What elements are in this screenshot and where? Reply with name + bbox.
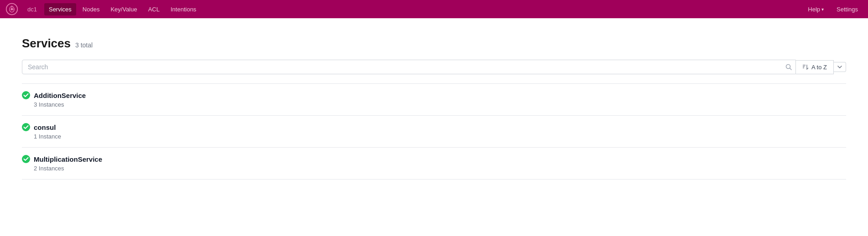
search-row: A to Z — [22, 60, 846, 74]
service-name: consul — [34, 123, 56, 131]
page-title-row: Services 3 total — [22, 36, 846, 51]
service-item[interactable]: AdditionService 3 Instances — [22, 84, 846, 116]
service-name: AdditionService — [34, 92, 86, 99]
search-button[interactable] — [785, 64, 792, 70]
search-icon — [785, 64, 792, 70]
nav-intentions[interactable]: Intentions — [166, 3, 201, 15]
service-name-row: consul — [22, 123, 846, 131]
sort-button[interactable]: A to Z — [796, 60, 834, 74]
help-button[interactable]: Help ▾ — [803, 3, 828, 15]
main-content: Services 3 total A to Z — [0, 18, 868, 180]
search-wrapper — [22, 60, 796, 74]
consul-logo-icon — [5, 3, 18, 15]
help-chevron-icon: ▾ — [821, 7, 824, 12]
svg-point-11 — [22, 155, 30, 163]
datacenter-label: dc1 — [24, 3, 41, 15]
svg-point-9 — [22, 91, 30, 99]
healthy-icon — [22, 123, 30, 131]
service-item[interactable]: consul 1 Instance — [22, 116, 846, 148]
service-instances: 3 Instances — [22, 101, 846, 108]
service-instances: 2 Instances — [22, 165, 846, 172]
search-input[interactable] — [22, 60, 795, 74]
service-instances: 1 Instance — [22, 133, 846, 140]
navbar-left: dc1 Services Nodes Key/Value ACL Intenti… — [5, 3, 201, 15]
page-count: 3 total — [75, 41, 93, 49]
service-item[interactable]: MultiplicationService 2 Instances — [22, 148, 846, 180]
navbar-right: Help ▾ Settings — [803, 3, 863, 15]
service-list: AdditionService 3 Instances consul 1 Ins… — [22, 83, 846, 180]
sort-chevron-icon — [837, 66, 842, 68]
sort-az-icon — [802, 64, 809, 70]
service-name-row: AdditionService — [22, 91, 846, 99]
healthy-icon — [22, 91, 30, 99]
nav-services[interactable]: Services — [44, 3, 76, 15]
sort-dropdown-button[interactable] — [834, 62, 846, 72]
svg-line-5 — [790, 68, 792, 70]
sort-label: A to Z — [811, 64, 827, 71]
svg-point-10 — [22, 123, 30, 131]
settings-button[interactable]: Settings — [832, 3, 863, 15]
nav-acl[interactable]: ACL — [144, 3, 164, 15]
healthy-icon — [22, 155, 30, 163]
service-name-row: MultiplicationService — [22, 155, 846, 163]
service-name: MultiplicationService — [34, 155, 102, 163]
nav-nodes[interactable]: Nodes — [78, 3, 104, 15]
navbar: dc1 Services Nodes Key/Value ACL Intenti… — [0, 0, 868, 18]
page-title: Services — [22, 36, 71, 51]
nav-keyvalue[interactable]: Key/Value — [106, 3, 141, 15]
